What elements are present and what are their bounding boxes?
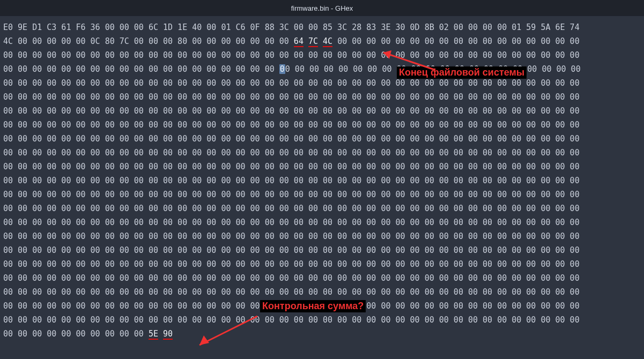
hex-row: 00 00 00 00 00 00 00 00 00 00 00 00 00 0… <box>3 229 641 243</box>
hex-byte-highlight[interactable]: 5E <box>149 329 158 340</box>
hex-row: 00 00 00 00 00 00 00 00 00 00 00 00 00 0… <box>3 313 641 327</box>
hex-row: E0 9E D1 C3 61 F6 36 00 00 00 6C 1D 1E 4… <box>3 20 641 34</box>
hex-row: 00 00 00 00 00 00 00 00 00 00 00 00 00 0… <box>3 174 641 188</box>
hex-row: 00 00 00 00 00 00 00 00 00 00 00 00 00 0… <box>3 285 641 299</box>
hex-row: 00 00 00 00 00 00 00 00 00 00 00 00 00 0… <box>3 132 641 146</box>
hex-row: 00 00 00 00 00 00 00 00 00 00 00 00 00 0… <box>3 243 641 257</box>
hex-row: 00 00 00 00 00 00 00 00 00 00 5E 90 <box>3 327 641 341</box>
hex-row: 00 00 00 00 00 00 00 00 00 00 00 00 00 0… <box>3 118 641 132</box>
hex-row: 4C 00 00 00 00 00 0C 80 7C 00 00 00 80 0… <box>3 34 641 48</box>
hex-row: 00 00 00 00 00 00 00 00 00 00 00 00 00 0… <box>3 146 641 160</box>
hex-row: 00 00 00 00 00 00 00 00 00 00 00 00 00 0… <box>3 271 641 285</box>
hex-row: 00 00 00 00 00 00 00 00 00 00 00 00 00 0… <box>3 201 641 215</box>
window-title: firmware.bin - GHex <box>291 4 353 12</box>
hex-row: 00 00 00 00 00 00 00 00 00 00 00 00 00 0… <box>3 62 641 76</box>
hex-row: 00 00 00 00 00 00 00 00 00 00 00 00 00 0… <box>3 215 641 229</box>
hex-byte-highlight[interactable]: 7C <box>308 36 318 47</box>
hex-row: 00 00 00 00 00 00 00 00 00 00 00 00 00 0… <box>3 299 641 313</box>
hex-row: 00 00 00 00 00 00 00 00 00 00 00 00 00 0… <box>3 48 641 62</box>
hex-row: 00 00 00 00 00 00 00 00 00 00 00 00 00 0… <box>3 104 641 118</box>
hex-cursor[interactable]: 0 <box>279 64 285 74</box>
hex-row: 00 00 00 00 00 00 00 00 00 00 00 00 00 0… <box>3 257 641 271</box>
hex-editor-pane[interactable]: E0 9E D1 C3 61 F6 36 00 00 00 6C 1D 1E 4… <box>0 16 644 345</box>
hex-row: 00 00 00 00 00 00 00 00 00 00 00 00 00 0… <box>3 188 641 201</box>
hex-row: 00 00 00 00 00 00 00 00 00 00 00 00 00 0… <box>3 90 641 104</box>
hex-byte-highlight[interactable]: 64 <box>294 36 304 47</box>
hex-row: 00 00 00 00 00 00 00 00 00 00 00 00 00 0… <box>3 76 641 90</box>
hex-row: 00 00 00 00 00 00 00 00 00 00 00 00 00 0… <box>3 160 641 174</box>
hex-byte-highlight[interactable]: 90 <box>163 329 173 340</box>
window-titlebar[interactable]: firmware.bin - GHex <box>0 0 644 16</box>
hex-byte-highlight[interactable]: 4C <box>323 36 332 47</box>
